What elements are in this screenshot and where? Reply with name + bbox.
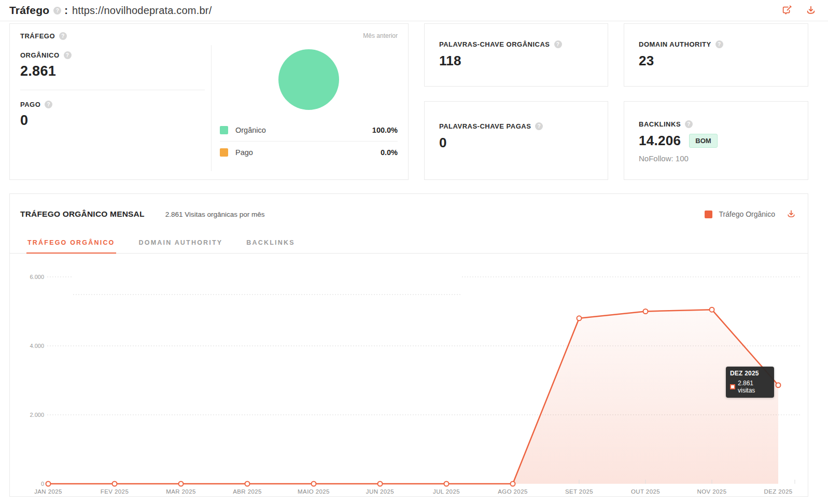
- traffic-stats: ORGÂNICO 2.861 PAGO 0: [20, 43, 211, 171]
- paid-keywords-label: PALAVRAS-CHAVE PAGAS: [439, 122, 593, 130]
- svg-text:AGO 2025: AGO 2025: [498, 488, 528, 495]
- tab-backlinks[interactable]: BACKLINKS: [245, 236, 296, 254]
- help-icon[interactable]: [554, 40, 562, 48]
- organic-swatch: [220, 126, 228, 134]
- domain-authority-label: DOMAIN AUTHORITY: [639, 40, 793, 48]
- help-icon[interactable]: [59, 32, 67, 40]
- divider: [20, 90, 205, 90]
- nofollow-count: NoFollow: 100: [639, 154, 793, 163]
- help-icon[interactable]: [53, 7, 61, 15]
- chart-legend: Tráfego Orgânico: [705, 209, 796, 219]
- backlinks-status-badge: BOM: [689, 134, 717, 148]
- svg-text:DEZ 2025: DEZ 2025: [764, 488, 793, 495]
- help-icon[interactable]: [535, 122, 543, 130]
- help-icon[interactable]: [45, 101, 52, 108]
- domain-authority-value: 23: [639, 53, 793, 69]
- paid-swatch: [220, 148, 228, 157]
- domain-authority-card: DOMAIN AUTHORITY 23: [624, 23, 808, 87]
- paid-keywords-value: 0: [439, 135, 593, 151]
- help-icon[interactable]: [64, 51, 72, 59]
- svg-text:JUL 2025: JUL 2025: [433, 488, 460, 495]
- monthly-card-subtitle: 2.861 Visitas orgânicas por mês: [165, 211, 265, 218]
- svg-text:MAR 2025: MAR 2025: [166, 488, 196, 495]
- chart-tooltip: DEZ 2025 2.861 visitas: [726, 367, 774, 398]
- chart-download-icon[interactable]: [786, 209, 796, 219]
- organic-keywords-card: PALAVRAS-CHAVE ORGÂNICAS 118: [424, 23, 608, 87]
- svg-text:4.000: 4.000: [30, 343, 44, 349]
- svg-text:0: 0: [41, 481, 44, 487]
- tooltip-value: 2.861 visitas: [738, 380, 770, 394]
- organic-keywords-value: 118: [439, 53, 593, 69]
- svg-text:2.000: 2.000: [30, 412, 44, 418]
- svg-text:SET 2025: SET 2025: [565, 488, 593, 495]
- organic-percent: 100.0%: [372, 126, 398, 134]
- paid-keywords-card: PALAVRAS-CHAVE PAGAS 0: [424, 101, 608, 180]
- paid-percent: 0.0%: [381, 148, 398, 157]
- tab-domain-authority[interactable]: DOMAIN AUTHORITY: [138, 236, 224, 254]
- svg-text:NOV 2025: NOV 2025: [697, 488, 727, 495]
- monthly-traffic-card: TRÁFEGO ORGÂNICO MENSAL 2.861 Visitas or…: [9, 193, 808, 497]
- download-icon[interactable]: [805, 5, 817, 16]
- backlinks-card: BACKLINKS 14.206 BOM NoFollow: 100: [624, 101, 808, 180]
- traffic-card-title: TRÁFEGO: [20, 32, 67, 40]
- organic-traffic-swatch: [705, 211, 712, 218]
- svg-text:MAIO 2025: MAIO 2025: [298, 488, 330, 495]
- svg-text:JAN 2025: JAN 2025: [34, 488, 62, 495]
- analyzed-url: https://novilhodeprata.com.br/: [72, 5, 212, 17]
- tooltip-swatch: [730, 384, 735, 389]
- chart-tabs: TRÁFEGO ORGÂNICO DOMAIN AUTHORITY BACKLI…: [10, 235, 808, 254]
- traffic-pie-chart[interactable]: [278, 49, 339, 110]
- svg-text:ABR 2025: ABR 2025: [233, 488, 262, 495]
- period-label: Mês anterior: [363, 32, 398, 39]
- help-icon[interactable]: [685, 120, 693, 128]
- organic-keywords-label: PALAVRAS-CHAVE ORGÂNICAS: [439, 40, 593, 48]
- title-separator: :: [64, 5, 68, 17]
- help-icon[interactable]: [715, 40, 723, 48]
- tab-trafego-organico[interactable]: TRÁFEGO ORGÂNICO: [26, 236, 116, 254]
- page-header: Tráfego : https://novilhodeprata.com.br/: [0, 0, 828, 21]
- backlinks-label: BACKLINKS: [639, 120, 793, 128]
- summary-section: TRÁFEGO Mês anterior ORGÂNICO 2.861 PAGO…: [9, 23, 808, 180]
- svg-text:FEV 2025: FEV 2025: [101, 488, 129, 495]
- organic-traffic-value: 2.861: [20, 63, 211, 79]
- backlinks-value: 14.206: [639, 133, 681, 149]
- paid-traffic-value: 0: [20, 113, 211, 129]
- organic-traffic-chart[interactable]: 02.0004.0006.000JAN 2025FEV 2025MAR 2025…: [10, 260, 808, 498]
- svg-text:6.000: 6.000: [30, 274, 44, 280]
- legend-row-organic: Orgânico 100.0%: [220, 119, 398, 141]
- pie-legend: Orgânico 100.0% Pago 0.0%: [220, 119, 398, 163]
- traffic-card: TRÁFEGO Mês anterior ORGÂNICO 2.861 PAGO…: [9, 23, 409, 180]
- legend-row-paid: Pago 0.0%: [220, 141, 398, 163]
- svg-text:OUT 2025: OUT 2025: [631, 488, 660, 495]
- paid-label: PAGO: [20, 101, 211, 108]
- edit-note-icon[interactable]: [781, 5, 793, 16]
- tooltip-month: DEZ 2025: [730, 370, 770, 377]
- line-chart-svg[interactable]: 02.0004.0006.000JAN 2025FEV 2025MAR 2025…: [10, 260, 808, 498]
- organic-label: ORGÂNICO: [20, 51, 211, 59]
- svg-text:JUN 2025: JUN 2025: [366, 488, 394, 495]
- monthly-card-title: TRÁFEGO ORGÂNICO MENSAL: [20, 209, 145, 219]
- page-title: Tráfego: [9, 4, 49, 17]
